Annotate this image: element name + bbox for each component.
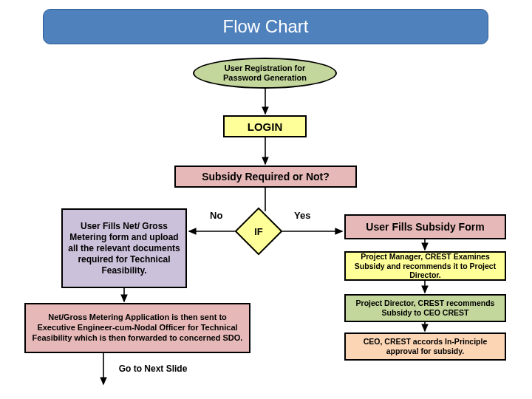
- page-title: Flow Chart: [43, 9, 488, 44]
- node-start: User Registration for Password Generatio…: [193, 58, 337, 89]
- edge-label-yes: Yes: [294, 210, 310, 221]
- node-netgross: Net/Gross Metering Application is then s…: [24, 303, 250, 353]
- node-login: LOGIN: [223, 115, 307, 137]
- node-if-diamond: IF: [242, 214, 276, 248]
- if-label: IF: [242, 214, 276, 248]
- node-no-branch: User Fills Net/ Gross Metering form and …: [61, 208, 187, 288]
- node-subsidy-decision: Subsidy Required or Not?: [174, 166, 357, 188]
- node-ceo-crest: CEO, CREST accords In-Principle approval…: [344, 332, 506, 361]
- node-pd-crest: Project Director, CREST recommends Subsi…: [344, 294, 506, 322]
- edge-label-no: No: [210, 210, 222, 221]
- node-pm-crest: Project Manager, CREST Examines Subsidy …: [344, 251, 506, 281]
- goto-next-slide: Go to Next Slide: [112, 364, 194, 374]
- node-yes-branch: User Fills Subsidy Form: [344, 214, 506, 239]
